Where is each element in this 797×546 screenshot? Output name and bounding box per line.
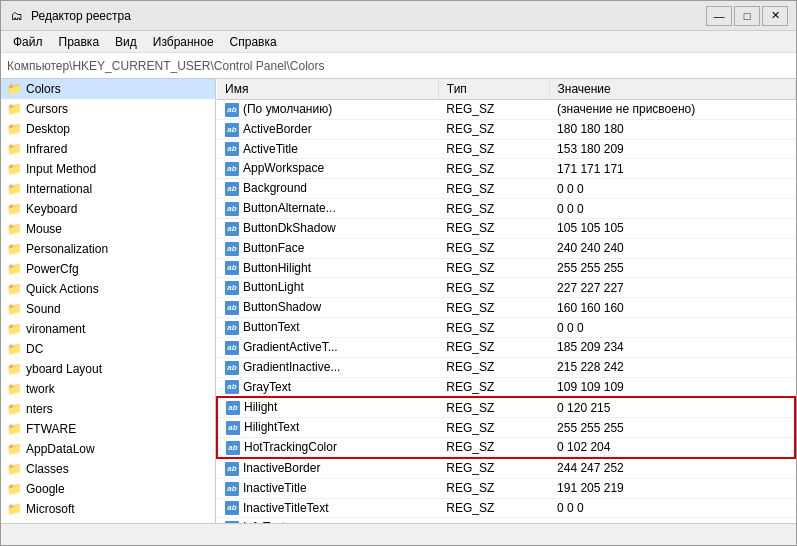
tree-item[interactable]: 📁Sound [1, 299, 215, 319]
highlighted-row-mid[interactable]: abHilightTextREG_SZ255 255 255 [217, 418, 795, 438]
table-row[interactable]: abGradientInactive...REG_SZ215 228 242 [217, 357, 795, 377]
registry-name: abButtonAlternate... [217, 199, 438, 219]
registry-name: abGradientInactive... [217, 357, 438, 377]
reg-type-icon: ab [225, 321, 239, 335]
tree-item-label: Input Method [26, 162, 96, 176]
tree-item-label: vironament [26, 322, 85, 336]
reg-type-icon: ab [225, 482, 239, 496]
tree-item[interactable]: 📁International [1, 179, 215, 199]
tree-item[interactable]: 📁Classes [1, 459, 215, 479]
tree-item[interactable]: 📁Input Method [1, 159, 215, 179]
folder-icon: 📁 [7, 182, 22, 196]
table-row[interactable]: abButtonFaceREG_SZ240 240 240 [217, 238, 795, 258]
col-name[interactable]: Имя [217, 79, 438, 100]
registry-value: 240 240 240 [549, 238, 795, 258]
registry-type: REG_SZ [438, 258, 549, 278]
minimize-button[interactable]: — [706, 6, 732, 26]
registry-value: (значение не присвоено) [549, 100, 795, 120]
registry-name: abHotTrackingColor [217, 438, 438, 458]
registry-type: REG_SZ [438, 318, 549, 338]
registry-name: ab(По умолчанию) [217, 100, 438, 120]
registry-value: 191 205 219 [549, 478, 795, 498]
registry-value: 255 255 255 [549, 418, 795, 438]
col-value[interactable]: Значение [549, 79, 795, 100]
registry-type: REG_SZ [438, 418, 549, 438]
menu-help[interactable]: Справка [222, 33, 285, 51]
table-row[interactable]: abInactiveTitleREG_SZ191 205 219 [217, 478, 795, 498]
reg-type-icon: ab [225, 281, 239, 295]
registry-name: abButtonText [217, 318, 438, 338]
tree-item[interactable]: 📁Keyboard [1, 199, 215, 219]
table-row[interactable]: abActiveTitleREG_SZ153 180 209 [217, 139, 795, 159]
menu-favorites[interactable]: Избранное [145, 33, 222, 51]
tree-item[interactable]: 📁AppDataLow [1, 439, 215, 459]
table-row[interactable]: abAppWorkspaceREG_SZ171 171 171 [217, 159, 795, 179]
highlighted-row-top[interactable]: abHilightREG_SZ0 120 215 [217, 397, 795, 417]
maximize-button[interactable]: □ [734, 6, 760, 26]
tree-item[interactable]: 📁Mouse [1, 219, 215, 239]
table-row[interactable]: abGrayTextREG_SZ109 109 109 [217, 377, 795, 397]
folder-icon: 📁 [7, 122, 22, 136]
table-row[interactable]: abButtonAlternate...REG_SZ0 0 0 [217, 199, 795, 219]
reg-type-icon: ab [225, 142, 239, 156]
tree-item[interactable]: 📁Active Setup [1, 519, 215, 523]
highlighted-row-bottom[interactable]: abHotTrackingColorREG_SZ0 102 204 [217, 438, 795, 458]
folder-icon: 📁 [7, 302, 22, 316]
table-row[interactable]: abGradientActiveT...REG_SZ185 209 234 [217, 337, 795, 357]
registry-value: 109 109 109 [549, 377, 795, 397]
table-row[interactable]: abActiveBorderREG_SZ180 180 180 [217, 119, 795, 139]
table-row[interactable]: abBackgroundREG_SZ0 0 0 [217, 179, 795, 199]
registry-tree[interactable]: 📁Colors📁Cursors📁Desktop📁Infrared📁Input M… [1, 79, 216, 523]
registry-type: REG_SZ [438, 199, 549, 219]
tree-item[interactable]: 📁Quick Actions [1, 279, 215, 299]
tree-item-label: yboard Layout [26, 362, 102, 376]
tree-item[interactable]: 📁Colors [1, 79, 215, 99]
table-row[interactable]: abButtonTextREG_SZ0 0 0 [217, 318, 795, 338]
reg-type-icon: ab [225, 202, 239, 216]
reg-type-icon: ab [225, 341, 239, 355]
tree-item[interactable]: 📁yboard Layout [1, 359, 215, 379]
tree-item[interactable]: 📁Microsoft [1, 499, 215, 519]
tree-item[interactable]: 📁Google [1, 479, 215, 499]
tree-item[interactable]: 📁twork [1, 379, 215, 399]
tree-item[interactable]: 📁Desktop [1, 119, 215, 139]
registry-type: REG_SZ [438, 458, 549, 478]
tree-item[interactable]: 📁nters [1, 399, 215, 419]
tree-item[interactable]: 📁vironament [1, 319, 215, 339]
registry-type: REG_SZ [438, 397, 549, 417]
tree-item[interactable]: 📁FTWARE [1, 419, 215, 439]
table-row[interactable]: abInactiveTitleTextREG_SZ0 0 0 [217, 498, 795, 518]
menu-file[interactable]: Файл [5, 33, 51, 51]
registry-value: 227 227 227 [549, 278, 795, 298]
table-row[interactable]: abInactiveBorderREG_SZ244 247 252 [217, 458, 795, 478]
registry-name: abActiveTitle [217, 139, 438, 159]
registry-value: 185 209 234 [549, 337, 795, 357]
table-row[interactable]: abButtonDkShadowREG_SZ105 105 105 [217, 218, 795, 238]
registry-name: abButtonDkShadow [217, 218, 438, 238]
folder-icon: 📁 [7, 142, 22, 156]
folder-icon: 📁 [7, 382, 22, 396]
tree-item[interactable]: 📁DC [1, 339, 215, 359]
folder-icon: 📁 [19, 522, 34, 523]
registry-type: REG_SZ [438, 278, 549, 298]
table-row[interactable]: abButtonShadowREG_SZ160 160 160 [217, 298, 795, 318]
table-row[interactable]: abButtonHilightREG_SZ255 255 255 [217, 258, 795, 278]
col-type[interactable]: Тип [438, 79, 549, 100]
tree-item[interactable]: 📁Personalization [1, 239, 215, 259]
table-row[interactable]: abButtonLightREG_SZ227 227 227 [217, 278, 795, 298]
table-row[interactable]: ab(По умолчанию)REG_SZ(значение не присв… [217, 100, 795, 120]
registry-type: REG_SZ [438, 238, 549, 258]
folder-icon: 📁 [7, 82, 22, 96]
registry-value: 0 120 215 [549, 397, 795, 417]
menu-edit[interactable]: Правка [51, 33, 108, 51]
reg-type-icon: ab [225, 242, 239, 256]
main-window: 🗂 Редактор реестра — □ ✕ Файл Правка Вид… [0, 0, 797, 546]
registry-values[interactable]: Имя Тип Значение ab(По умолчанию)REG_SZ(… [216, 79, 796, 523]
tree-item[interactable]: 📁Infrared [1, 139, 215, 159]
menu-view[interactable]: Вид [107, 33, 145, 51]
tree-item[interactable]: 📁PowerCfg [1, 259, 215, 279]
registry-value: 255 255 255 [549, 258, 795, 278]
tree-item[interactable]: 📁Cursors [1, 99, 215, 119]
tree-item-label: Desktop [26, 122, 70, 136]
close-button[interactable]: ✕ [762, 6, 788, 26]
